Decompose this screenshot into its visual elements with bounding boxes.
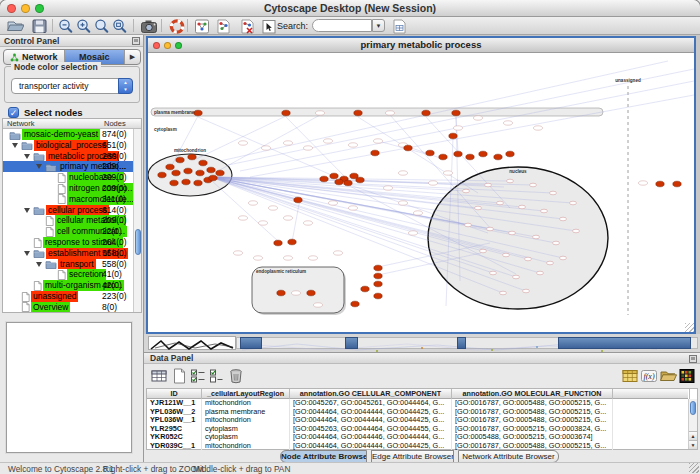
background-windows-strip [144, 334, 700, 352]
table-scrollbar-thumb[interactable] [690, 401, 696, 415]
network-node [182, 179, 190, 185]
background-network-thumbnail[interactable] [148, 336, 236, 350]
expand-triangle-icon[interactable] [24, 154, 30, 159]
table-column-header[interactable]: annotation.GO MOLECULAR_FUNCTION [452, 389, 613, 399]
tree-row[interactable]: establishment of lo...558(0) [3, 248, 133, 259]
network-canvas[interactable]: plasma membranecytoplasmmitochondrionnuc… [148, 53, 694, 332]
tree-row[interactable]: cellular process614(0) [3, 205, 133, 216]
create-network-view-icon[interactable] [214, 18, 232, 34]
tree-row[interactable]: multi-organism pro...42(0) [3, 280, 133, 291]
table-row[interactable]: YDR039C__1mitochondrion[GO:0044464, GO:0… [147, 442, 688, 451]
tree-scrollbar-thumb[interactable] [135, 229, 141, 255]
save-icon[interactable] [30, 18, 48, 34]
select-mode-icon[interactable] [260, 18, 278, 34]
network-tree-header[interactable]: Network Nodes [3, 119, 141, 129]
create-attribute-icon[interactable] [170, 367, 188, 385]
table-column-header[interactable]: ID [147, 389, 202, 399]
background-window-titlebar[interactable] [558, 337, 691, 349]
background-window-titlebar[interactable] [345, 337, 358, 349]
main-titlebar[interactable]: Cytoscape Desktop (New Session) [0, 0, 700, 17]
tree-row[interactable]: cellular metabol...209(0) [3, 215, 133, 226]
background-window-titlebar[interactable] [457, 337, 466, 349]
advanced-search-icon[interactable] [390, 18, 408, 34]
network-node [307, 290, 315, 296]
scroll-down-icon[interactable]: ▼ [689, 440, 697, 449]
table-row[interactable]: YJR121W__1mitochondrion[GO:0045267, GO:0… [147, 399, 688, 408]
matrix-view-icon[interactable] [678, 367, 696, 385]
table-scrollbar[interactable]: ▲ ▼ [688, 399, 697, 449]
zoom-fit-icon[interactable] [111, 18, 129, 34]
select-attribute-list-icon[interactable] [189, 367, 207, 385]
tree-row[interactable]: biological_process651(0) [3, 140, 133, 151]
formula-builder-icon[interactable]: f(x) [640, 367, 658, 385]
window-resize-grip[interactable] [685, 323, 694, 332]
expand-triangle-icon[interactable] [24, 251, 30, 256]
tree-row[interactable]: unassigned223(0) [3, 291, 133, 302]
search-input[interactable] [312, 19, 372, 32]
open-attribute-file-icon[interactable] [659, 367, 677, 385]
close-icon[interactable] [153, 42, 160, 49]
tree-row[interactable]: nucleobase-...209(0) [3, 172, 133, 183]
zoom-out-icon[interactable] [57, 18, 75, 34]
minimize-button[interactable] [21, 4, 30, 13]
unselect-attribute-list-icon[interactable] [208, 367, 226, 385]
close-button[interactable] [7, 4, 16, 13]
tab-overflow-button[interactable]: ▶ [125, 50, 140, 64]
tree-row[interactable]: mosaic-demo-yeast874(0) [3, 129, 133, 140]
snapshot-icon[interactable] [140, 18, 158, 34]
combobox-stepper-icon[interactable]: ▲▼ [118, 78, 133, 94]
expand-triangle-icon[interactable] [12, 143, 18, 148]
tree-row[interactable]: nitrogen compo...209(0) [3, 183, 133, 194]
network-node [330, 173, 338, 179]
tree-row[interactable]: cell communicat...22(0) [3, 226, 133, 237]
zoom-in-icon[interactable] [75, 18, 93, 34]
zoom-selected-icon[interactable] [93, 18, 111, 34]
tree-row[interactable]: transport558(0) [3, 259, 133, 270]
network-view-titlebar[interactable]: primary metabolic process [148, 38, 694, 53]
float-panel-icon[interactable] [132, 37, 140, 45]
tree-scrollbar[interactable] [133, 129, 141, 312]
attribute-table-header[interactable]: ID_cellularLayoutRegionannotation.GO CEL… [147, 389, 688, 399]
plugins-help-icon[interactable] [168, 18, 186, 34]
network-node [216, 170, 224, 176]
tree-row[interactable]: secretion41(0) [3, 269, 133, 280]
zoom-button[interactable] [35, 4, 44, 13]
table-row[interactable]: YPL036W__1mitochondrion[GO:0044464, GO:0… [147, 416, 688, 425]
app-resize-grip[interactable] [689, 463, 699, 473]
table-column-header[interactable] [613, 389, 690, 399]
tree-row[interactable]: macromolecule...311(0) [3, 194, 133, 205]
tree-row[interactable]: metabolic process280(0) [3, 151, 133, 162]
table-cell: YPL036W__2 [147, 408, 202, 417]
table-import-icon[interactable] [621, 367, 639, 385]
node-color-combobox[interactable]: transporter activity ▲▼ [11, 78, 133, 94]
open-icon[interactable] [6, 18, 24, 34]
expand-triangle-icon[interactable] [36, 164, 42, 169]
select-nodes-checkbox[interactable] [8, 107, 19, 118]
tree-row[interactable]: primary metabo...209(... [3, 161, 133, 172]
table-column-header[interactable]: annotation.GO CELLULAR_COMPONENT [290, 389, 452, 399]
table-cell: [GO:0016787, GO:0005488, GO:0005215, G..… [452, 416, 613, 425]
select-attributes-icon[interactable] [150, 367, 168, 385]
tree-row[interactable]: Overview8(0) [3, 302, 133, 313]
table-row[interactable]: YPL036W__2plasma membrane[GO:0044464, GO… [147, 408, 688, 417]
table-cell: cytoplasm [202, 425, 290, 434]
search-dropdown-button[interactable]: ▼ [372, 19, 385, 32]
node-color-selection-group: Node color selection transporter activit… [4, 66, 140, 103]
expand-triangle-icon[interactable] [24, 208, 30, 213]
maximize-icon[interactable] [175, 42, 182, 49]
background-window-titlebar[interactable] [240, 337, 262, 349]
table-cell: cytoplasm [202, 433, 290, 442]
network-settings-icon[interactable] [193, 18, 211, 34]
table-row[interactable]: YKR052Ccytoplasm[GO:0044464, GO:0044446,… [147, 433, 688, 442]
table-row[interactable]: YLR295Ccytoplasm[GO:0045263, GO:0044464,… [147, 425, 688, 434]
table-column-header[interactable]: _cellularLayoutRegion [202, 389, 290, 399]
tree-row[interactable]: response to stimul...264(0) [3, 237, 133, 248]
network-node [207, 167, 215, 173]
float-data-panel-icon[interactable] [689, 355, 697, 363]
minimize-icon[interactable] [164, 42, 171, 49]
expand-triangle-icon[interactable] [36, 262, 42, 267]
destroy-network-view-icon[interactable] [238, 18, 256, 34]
scroll-up-icon[interactable]: ▲ [689, 431, 697, 440]
delete-attribute-icon[interactable] [227, 367, 245, 385]
birdseye-view-panel[interactable] [6, 322, 132, 453]
